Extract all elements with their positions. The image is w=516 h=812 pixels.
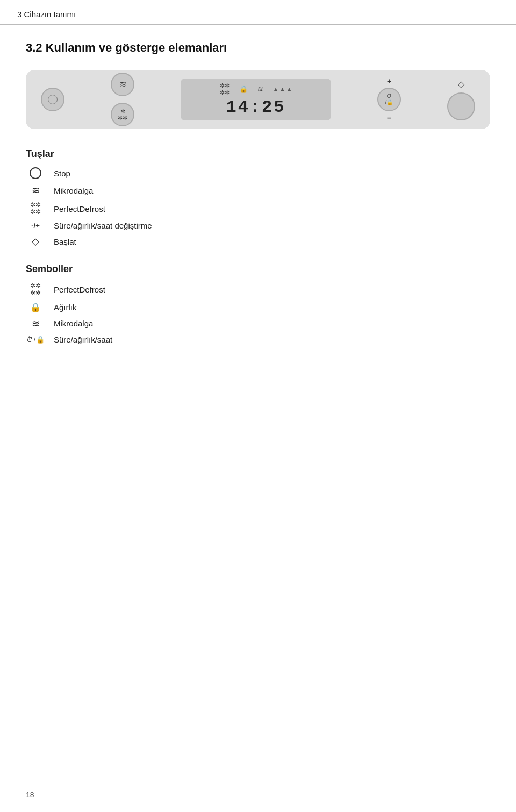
- list-item-baslat: ◇ Başlat: [26, 236, 490, 247]
- sym-list-item-perfectdefrost: ✲✲✲✲ PerfectDefrost: [26, 282, 490, 296]
- sym-perfectdefrost-icon: ✲✲✲✲: [26, 282, 45, 296]
- panel-left-group: [41, 88, 64, 111]
- plus-minus-knob[interactable]: ⏱/🔒: [377, 88, 401, 111]
- stop-knob[interactable]: [41, 88, 64, 111]
- slash-sym: /: [34, 336, 35, 343]
- list-item-sure: -/+ Süre/ağırlık/saat değiştirme: [26, 221, 490, 230]
- wave-knob[interactable]: ≋: [111, 73, 134, 96]
- list-item-stop: Stop: [26, 167, 490, 179]
- snowflake-icon: ✲✲✲: [118, 108, 127, 121]
- panel-far-right-group: ◇: [447, 79, 475, 120]
- breadcrumb: 3 Cihazın tanımı: [17, 10, 76, 19]
- list-item-perfectdefrost: ✲✲✲✲ PerfectDefrost: [26, 202, 490, 216]
- panel-second-group: ≋ ✲✲✲: [111, 73, 134, 126]
- semboller-heading: Semboller: [26, 263, 490, 275]
- panel-display: ✲✲✲✲ 🔒 ≋ ▲ ▲ ▲ 14:25: [181, 79, 331, 120]
- sym-agirlik-icon: 🔒: [26, 302, 45, 312]
- stop-knob-inner: [48, 95, 58, 104]
- sym-mikrodalga-icon: ≋: [26, 318, 45, 330]
- panel-right-group: + ⏱/🔒 –: [377, 77, 401, 122]
- baslat-icon: ◇: [26, 236, 45, 247]
- wave-icon: ≋: [119, 80, 126, 89]
- diamond-icon-top: ◇: [458, 79, 464, 89]
- sym-agirlik-label: Ağırlık: [54, 303, 77, 312]
- baslat-label: Başlat: [54, 237, 76, 246]
- timer-sym-icon: ⏱: [26, 336, 33, 344]
- sym-mikrodalga-label: Mikrodalga: [54, 319, 93, 328]
- page-number: 18: [26, 790, 34, 799]
- tuslar-list: Stop ≋ Mikrodalga ✲✲✲✲ PerfectDefrost -/…: [26, 167, 490, 247]
- list-item-mikrodalga: ≋ Mikrodalga: [26, 184, 490, 196]
- semboller-list: ✲✲✲✲ PerfectDefrost 🔒 Ağırlık ≋ Mikrodal…: [26, 282, 490, 344]
- perfectdefrost-label: PerfectDefrost: [54, 204, 105, 213]
- display-top-icons: ✲✲✲✲ 🔒 ≋ ▲ ▲ ▲: [220, 82, 292, 96]
- display-digits: 14:25: [226, 97, 285, 117]
- perfectdefrost-icon: ✲✲✲✲: [26, 202, 45, 216]
- lock-sym-icon: 🔒: [36, 336, 45, 344]
- sym-sure-icon: ⏱ / 🔒: [26, 336, 45, 344]
- start-knob[interactable]: [447, 92, 475, 120]
- display-snowflake-icon: ✲✲✲✲: [220, 82, 230, 96]
- sym-list-item-sure: ⏱ / 🔒 Süre/ağırlık/saat: [26, 335, 490, 344]
- mikrodalga-label: Mikrodalga: [54, 186, 93, 195]
- plus-label: +: [387, 77, 391, 86]
- display-lock-icon: 🔒: [239, 85, 248, 93]
- mikrodalga-icon: ≋: [26, 184, 45, 196]
- sure-label: Süre/ağırlık/saat değiştirme: [54, 221, 152, 230]
- sym-sure-label: Süre/ağırlık/saat: [54, 335, 112, 344]
- minus-label: –: [387, 113, 391, 122]
- sym-perfectdefrost-label: PerfectDefrost: [54, 285, 105, 294]
- section-title: 3.2 Kullanım ve gösterge elemanları: [26, 41, 490, 55]
- main-content: 3.2 Kullanım ve gösterge elemanları ≋ ✲✲…: [0, 25, 516, 382]
- sym-list-item-mikrodalga: ≋ Mikrodalga: [26, 318, 490, 330]
- timer-lock-icon: ⏱/🔒: [385, 93, 393, 106]
- tuslar-heading: Tuşlar: [26, 148, 490, 160]
- plusminus-icon: -/+: [26, 222, 45, 230]
- stop-icon: [26, 167, 45, 179]
- snowflake-knob[interactable]: ✲✲✲: [111, 103, 134, 126]
- sym-list-item-agirlik: 🔒 Ağırlık: [26, 302, 490, 312]
- stop-label: Stop: [54, 169, 70, 178]
- control-panel: ≋ ✲✲✲ ✲✲✲✲ 🔒 ≋ ▲ ▲ ▲ 14:25 + ⏱/🔒 –: [26, 70, 490, 129]
- display-wave-icon: ≋: [257, 85, 263, 93]
- page-header: 3 Cihazın tanımı: [0, 0, 516, 25]
- display-arrow-icons: ▲ ▲ ▲: [273, 86, 292, 92]
